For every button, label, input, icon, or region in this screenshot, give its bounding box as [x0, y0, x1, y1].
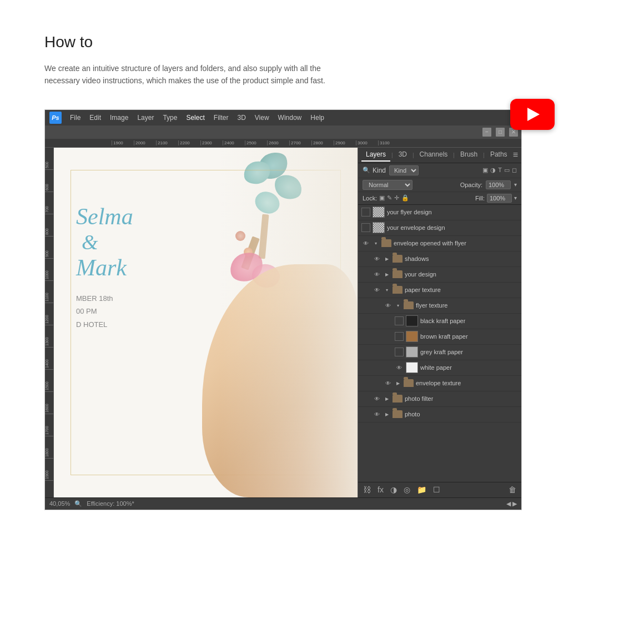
layer-row[interactable]: 👁 ▾ flyer texture	[358, 298, 521, 314]
layer-name: paper texture	[405, 286, 441, 293]
eye-icon[interactable]: 👁	[373, 285, 381, 294]
tab-3d[interactable]: 3D	[394, 148, 411, 162]
layer-row[interactable]: brown kraft paper	[358, 329, 521, 345]
ps-logo: Ps	[49, 112, 62, 124]
opacity-input[interactable]	[486, 180, 511, 189]
ruler-v-mark: 1600	[45, 392, 53, 414]
fill-chevron[interactable]: ▾	[514, 195, 517, 201]
eye-icon[interactable]: 👁	[373, 410, 381, 419]
type-icon[interactable]: T	[498, 167, 502, 174]
layer-row[interactable]: 👁 white paper	[358, 360, 521, 376]
mask-icon[interactable]: ◑	[389, 484, 399, 495]
ruler-mark: 2900	[334, 140, 356, 145]
ruler-v-mark: 1500	[45, 370, 53, 392]
expand-icon[interactable]: ▶	[384, 271, 390, 278]
ruler-v-mark: 1800	[45, 436, 53, 459]
layer-row[interactable]: black kraft paper	[358, 314, 521, 329]
lock-position-icon[interactable]: ✛	[394, 194, 399, 202]
new-group-icon[interactable]: 📁	[415, 484, 428, 495]
panel-options-button[interactable]: ≡	[513, 150, 518, 160]
ruler-v-mark: 1000	[45, 259, 53, 281]
adjustment-icon[interactable]: ◑	[490, 167, 496, 174]
blend-mode-dropdown[interactable]: Normal	[363, 180, 412, 190]
folder-icon	[393, 395, 402, 402]
eye-icon[interactable]: 👁	[373, 254, 381, 263]
eye-icon[interactable]: 👁	[395, 363, 404, 372]
ps-menubar: Ps File Edit Image Layer Type Select Fil…	[45, 110, 521, 125]
layer-row[interactable]: 👁 ▶ photo filter	[358, 391, 521, 407]
ps-main-area: 500 600 700 800 900 1000 1100 1200 1300 …	[45, 148, 521, 497]
eye-icon[interactable]: 👁	[373, 270, 381, 279]
fx-icon[interactable]: fx	[376, 484, 385, 495]
layer-row[interactable]: 👁 ▶ shadows	[358, 251, 521, 267]
visibility-placeholder	[361, 223, 370, 232]
lock-brush-icon[interactable]: ✎	[387, 194, 392, 202]
expand-icon[interactable]: ▾	[373, 240, 379, 246]
visibility-placeholder	[395, 348, 404, 356]
ruler-marks: 1900 2000 2100 2200 2300 2400 2500 2600 …	[112, 140, 400, 145]
opacity-chevron[interactable]: ▾	[514, 182, 517, 188]
youtube-play-button[interactable]	[510, 99, 555, 130]
layer-name: brown kraft paper	[420, 333, 468, 340]
ps-statusbar: 40,05% 🔍 Efficiency: 100%* ◀ ▶	[45, 497, 521, 510]
layer-row[interactable]: 👁 ▾ paper texture	[358, 283, 521, 298]
ruler-v-mark: 1100	[45, 281, 53, 303]
folder-icon	[404, 301, 414, 309]
smart-icon[interactable]: ◻	[512, 167, 517, 174]
layer-row[interactable]: your envelope design	[358, 220, 521, 236]
eye-icon[interactable]: 👁	[373, 394, 381, 403]
expand-icon[interactable]: ▾	[384, 286, 390, 293]
link-layers-icon[interactable]: ⛓	[361, 484, 373, 495]
expand-icon[interactable]: ▶	[384, 411, 390, 417]
layer-thumbnail	[373, 222, 385, 233]
menu-window[interactable]: Window	[274, 113, 306, 123]
expand-icon[interactable]: ▶	[384, 395, 390, 402]
fill-input[interactable]	[487, 194, 512, 203]
delete-layer-icon[interactable]: 🗑	[507, 484, 518, 495]
canvas-area: Selma & Mark MBER 18th 00 PM D HOTEL	[54, 148, 358, 497]
layer-row[interactable]: 👁 ▶ your design	[358, 267, 521, 283]
panel-toolbar: ⛓ fx ◑ ◎ 📁 ☐ 🗑	[358, 482, 521, 497]
pixel-icon[interactable]: ▣	[482, 167, 488, 174]
eye-icon[interactable]: 👁	[384, 379, 393, 388]
menu-file[interactable]: File	[66, 113, 84, 123]
menu-help[interactable]: Help	[306, 113, 328, 123]
tab-brush[interactable]: Brush	[456, 148, 482, 162]
ruler-mark: 3000	[356, 140, 378, 145]
menu-3d[interactable]: 3D	[233, 113, 249, 123]
layer-row[interactable]: your flyer design	[358, 205, 521, 220]
layer-name: flyer texture	[416, 302, 447, 309]
eye-icon[interactable]: 👁	[384, 301, 393, 310]
menu-image[interactable]: Image	[106, 113, 132, 123]
menu-edit[interactable]: Edit	[85, 113, 105, 123]
maximize-button[interactable]: □	[496, 128, 505, 137]
menu-view[interactable]: View	[251, 113, 273, 123]
layer-row[interactable]: 👁 ▶ envelope texture	[358, 376, 521, 391]
layer-name: photo filter	[405, 395, 433, 402]
expand-icon[interactable]: ▶	[395, 380, 401, 386]
ruler-v-mark: 700	[45, 192, 53, 214]
tab-channels[interactable]: Channels	[415, 148, 452, 162]
layer-row[interactable]: grey kraft paper	[358, 345, 521, 360]
canvas-image: Selma & Mark MBER 18th 00 PM D HOTEL	[54, 148, 358, 497]
tab-layers[interactable]: Layers	[361, 148, 390, 162]
kind-dropdown[interactable]: Kind	[389, 165, 419, 175]
minimize-button[interactable]: −	[482, 128, 491, 137]
tab-paths[interactable]: Paths	[486, 148, 512, 162]
layer-name: envelope opened with flyer	[394, 240, 466, 246]
layer-row[interactable]: 👁 ▾ envelope opened with flyer	[358, 236, 521, 251]
menu-layer[interactable]: Layer	[133, 113, 158, 123]
lock-pixel-icon[interactable]: ▣	[379, 194, 385, 202]
expand-icon[interactable]: ▶	[384, 255, 390, 262]
lock-all-icon[interactable]: 🔒	[401, 194, 409, 202]
menu-type[interactable]: Type	[159, 113, 181, 123]
layer-row-photo[interactable]: 👁 ▶ photo	[358, 407, 521, 422]
eye-icon[interactable]: 👁	[361, 239, 370, 248]
ruler-v-mark: 1700	[45, 414, 53, 436]
adjustment-icon[interactable]: ◎	[402, 484, 412, 495]
new-layer-icon[interactable]: ☐	[431, 484, 442, 495]
expand-icon[interactable]: ▾	[395, 302, 401, 309]
shape-icon[interactable]: ▭	[504, 167, 510, 174]
menu-select[interactable]: Select	[182, 113, 208, 123]
menu-filter[interactable]: Filter	[210, 113, 233, 123]
